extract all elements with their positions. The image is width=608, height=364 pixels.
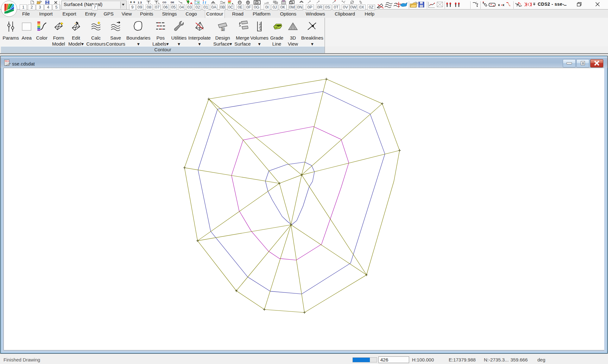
svg-text:к: к — [498, 3, 500, 7]
svg-text:+ +: + + — [130, 0, 135, 4]
svg-text:DE: DE — [171, 1, 174, 4]
svg-text:1 3: 1 3 — [138, 1, 142, 4]
svg-text:CO: CO — [162, 1, 166, 4]
svg-text:D: D — [222, 28, 224, 31]
svg-text:к: к — [503, 3, 504, 7]
svg-text:DO.L: DO.L — [5, 60, 10, 62]
